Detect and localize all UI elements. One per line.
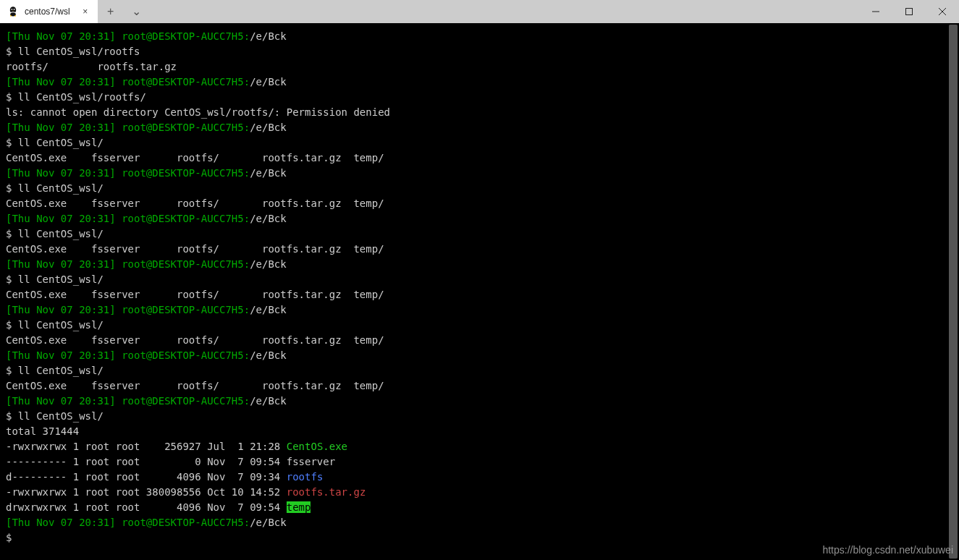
titlebar-drag-area[interactable] (150, 0, 859, 23)
terminal[interactable]: [Thu Nov 07 20:31] root@DESKTOP-AUCC7H5:… (0, 23, 959, 560)
titlebar: centos7/wsl × + ⌄ (0, 0, 959, 23)
close-tab-icon[interactable]: × (80, 7, 90, 17)
chevron-down-icon: ⌄ (132, 6, 141, 17)
scrollbar-track[interactable] (949, 25, 958, 559)
window-controls (859, 0, 959, 23)
tab-centos7-wsl[interactable]: centos7/wsl × (0, 0, 98, 23)
terminal-viewport: [Thu Nov 07 20:31] root@DESKTOP-AUCC7H5:… (0, 23, 959, 560)
minimize-button[interactable] (859, 0, 892, 23)
maximize-button[interactable] (892, 0, 926, 23)
close-icon (939, 8, 946, 15)
close-window-button[interactable] (926, 0, 959, 23)
tab-title: centos7/wsl (25, 7, 70, 17)
tux-icon (7, 6, 19, 17)
terminal-window: centos7/wsl × + ⌄ [Thu Nov 07 20:31] roo… (0, 0, 959, 560)
plus-icon: + (107, 6, 114, 17)
svg-point-5 (12, 9, 12, 10)
svg-point-6 (14, 9, 14, 10)
svg-rect-8 (906, 9, 913, 15)
new-tab-button[interactable]: + (98, 0, 124, 23)
minimize-icon (872, 8, 879, 15)
tabs-area: centos7/wsl × + ⌄ (0, 0, 150, 23)
maximize-icon (905, 8, 913, 15)
scrollbar-thumb[interactable] (949, 25, 958, 559)
tab-dropdown-button[interactable]: ⌄ (124, 0, 150, 23)
